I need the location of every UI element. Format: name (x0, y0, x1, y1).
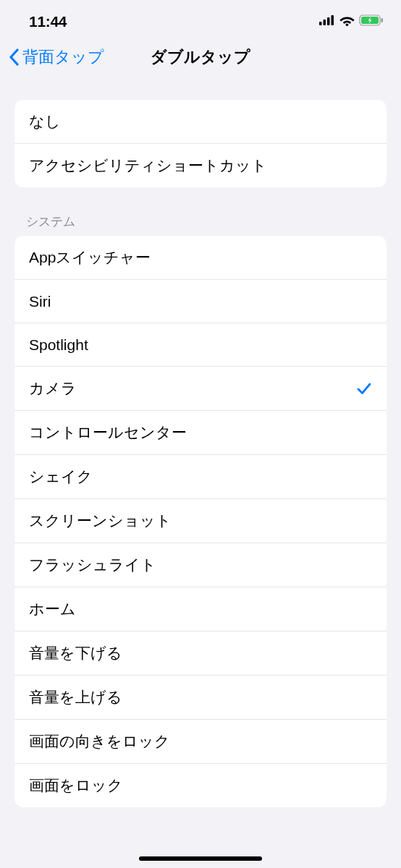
option-label: 画面の向きをロック (29, 731, 170, 752)
option-row-volume-up[interactable]: 音量を上げる (14, 676, 387, 720)
option-label: Appスイッチャー (29, 247, 151, 268)
option-label: Spotlight (29, 336, 88, 354)
option-label: なし (29, 111, 61, 132)
option-row-screenshot[interactable]: スクリーンショット (14, 499, 387, 543)
status-bar: 11:44 (0, 0, 401, 39)
option-label: ホーム (29, 599, 76, 619)
back-button[interactable]: 背面タップ (9, 46, 104, 68)
option-label: シェイク (29, 467, 93, 487)
option-row-accessibility-shortcut[interactable]: アクセシビリティショートカット (14, 144, 387, 187)
content: なし アクセシビリティショートカット システム Appスイッチャー Siri S… (0, 80, 401, 807)
checkmark-icon (356, 380, 372, 396)
nav-bar: 背面タップ ダブルタップ (0, 39, 401, 80)
option-row-screen-lock[interactable]: 画面をロック (14, 764, 387, 807)
option-row-none[interactable]: なし (14, 100, 387, 144)
option-label: スクリーンショット (29, 511, 172, 531)
option-label: 音量を下げる (29, 643, 122, 663)
svg-rect-3 (332, 15, 334, 25)
section-header-system: システム (0, 213, 401, 236)
wifi-icon (339, 15, 355, 29)
option-label: カメラ (29, 378, 77, 399)
option-row-camera[interactable]: カメラ (14, 367, 387, 411)
option-row-volume-down[interactable]: 音量を下げる (14, 631, 387, 676)
svg-rect-7 (381, 18, 384, 22)
option-row-flashlight[interactable]: フラッシュライト (14, 543, 387, 587)
svg-point-4 (346, 23, 349, 26)
status-time: 11:44 (29, 13, 67, 30)
back-label: 背面タップ (22, 46, 104, 68)
option-row-shake[interactable]: シェイク (14, 455, 387, 499)
battery-charging-icon (359, 14, 384, 29)
option-label: フラッシュライト (29, 555, 156, 575)
status-icons (319, 14, 384, 29)
option-group-system: Appスイッチャー Siri Spotlight カメラ コントロールセンター … (14, 236, 387, 807)
option-row-control-center[interactable]: コントロールセンター (14, 411, 387, 455)
option-label: コントロールセンター (29, 422, 187, 443)
chevron-left-icon (9, 48, 20, 66)
option-row-spotlight[interactable]: Spotlight (14, 323, 387, 367)
svg-rect-1 (324, 20, 326, 25)
option-label: Siri (29, 293, 51, 310)
option-label: 音量を上げる (29, 687, 122, 707)
option-row-rotation-lock[interactable]: 画面の向きをロック (14, 720, 387, 764)
option-label: アクセシビリティショートカット (29, 156, 267, 176)
option-label: 画面をロック (29, 775, 123, 796)
svg-rect-0 (319, 22, 322, 25)
svg-rect-2 (327, 17, 330, 25)
cellular-icon (319, 15, 335, 28)
option-row-home[interactable]: ホーム (14, 587, 387, 631)
option-row-app-switcher[interactable]: Appスイッチャー (14, 236, 387, 280)
option-group-general: なし アクセシビリティショートカット (14, 100, 387, 187)
option-row-siri[interactable]: Siri (14, 280, 387, 323)
home-indicator[interactable] (139, 856, 262, 861)
